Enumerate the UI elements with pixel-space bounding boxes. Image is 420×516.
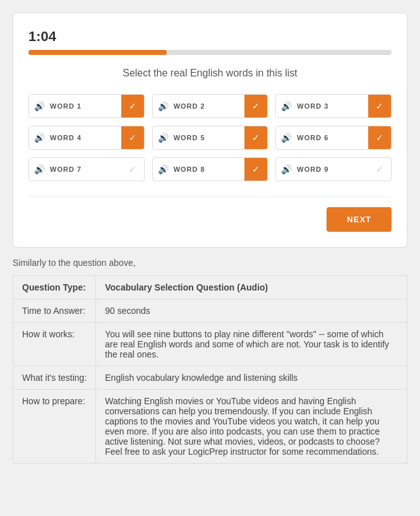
word-label-5: WORD 5 xyxy=(174,134,245,141)
word-label-1: WORD 1 xyxy=(50,102,121,110)
next-button[interactable]: NEXT xyxy=(327,207,392,232)
check-icon-6: ✓ xyxy=(376,133,383,143)
check-icon-2: ✓ xyxy=(252,101,260,111)
value-question-type: Vocabulary Selection Question (Audio) xyxy=(96,276,407,299)
word-item-9[interactable]: 🔊 WORD 9 ✓ xyxy=(275,157,392,181)
word-check-4[interactable]: ✓ xyxy=(121,126,144,149)
table-row-testing: What it's testing: English vocabulary kn… xyxy=(13,366,407,390)
word-check-8[interactable]: ✓ xyxy=(244,158,267,181)
word-check-6[interactable]: ✓ xyxy=(368,126,391,149)
word-item-1[interactable]: 🔊 WORD 1 ✓ xyxy=(28,94,145,118)
table-row-how-it-works: How it works: You will see nine buttons … xyxy=(13,323,407,366)
question-title: Select the real English words in this li… xyxy=(28,68,392,79)
speaker-btn-2[interactable]: 🔊 xyxy=(153,95,174,117)
info-table: Question Type: Vocabulary Selection Ques… xyxy=(13,275,407,464)
word-item-6[interactable]: 🔊 WORD 6 ✓ xyxy=(275,126,392,150)
speaker-icon-6: 🔊 xyxy=(281,133,292,143)
table-row-question-type: Question Type: Vocabulary Selection Ques… xyxy=(13,276,407,299)
label-prepare: How to prepare: xyxy=(13,390,96,464)
value-time: 90 seconds xyxy=(96,299,407,323)
speaker-icon-2: 🔊 xyxy=(158,101,169,111)
speaker-icon-5: 🔊 xyxy=(158,133,169,143)
progress-bar-container xyxy=(28,50,392,55)
word-check-3[interactable]: ✓ xyxy=(368,95,391,117)
words-grid: 🔊 WORD 1 ✓ 🔊 WORD 2 ✓ 🔊 WORD 3 ✓ xyxy=(28,94,392,181)
speaker-btn-4[interactable]: 🔊 xyxy=(29,126,50,149)
word-label-4: WORD 4 xyxy=(50,134,121,141)
word-item-3[interactable]: 🔊 WORD 3 ✓ xyxy=(275,94,392,118)
next-btn-container: NEXT xyxy=(28,196,392,232)
speaker-icon-9: 🔊 xyxy=(281,164,292,174)
table-row-time: Time to Answer: 90 seconds xyxy=(13,299,407,323)
word-check-9[interactable]: ✓ xyxy=(368,158,391,181)
word-item-5[interactable]: 🔊 WORD 5 ✓ xyxy=(152,126,268,150)
speaker-btn-1[interactable]: 🔊 xyxy=(29,95,50,117)
check-icon-3: ✓ xyxy=(376,101,383,111)
word-label-8: WORD 8 xyxy=(174,165,245,173)
quiz-card: 1:04 Select the real English words in th… xyxy=(13,13,407,248)
word-check-2[interactable]: ✓ xyxy=(244,95,267,117)
speaker-icon-3: 🔊 xyxy=(281,101,292,111)
label-testing: What it's testing: xyxy=(13,366,96,390)
word-item-8[interactable]: 🔊 WORD 8 ✓ xyxy=(152,157,268,181)
word-item-2[interactable]: 🔊 WORD 2 ✓ xyxy=(152,94,268,118)
word-check-5[interactable]: ✓ xyxy=(244,126,267,149)
check-icon-7: ✓ xyxy=(129,164,136,174)
check-icon-5: ✓ xyxy=(252,133,260,143)
word-label-2: WORD 2 xyxy=(174,102,245,110)
speaker-btn-3[interactable]: 🔊 xyxy=(276,95,297,117)
speaker-icon-7: 🔊 xyxy=(34,164,45,174)
description-text: Similarly to the question above, xyxy=(13,258,407,268)
timer-display: 1:04 xyxy=(28,28,392,45)
value-prepare: Watching English movies or YouTube video… xyxy=(96,390,407,464)
check-icon-8: ✓ xyxy=(252,164,260,174)
check-icon-4: ✓ xyxy=(129,133,136,143)
speaker-btn-6[interactable]: 🔊 xyxy=(276,126,297,149)
table-row-prepare: How to prepare: Watching English movies … xyxy=(13,390,407,464)
label-how-it-works: How it works: xyxy=(13,323,96,366)
speaker-icon-1: 🔊 xyxy=(34,101,45,111)
word-label-7: WORD 7 xyxy=(50,165,121,173)
speaker-btn-5[interactable]: 🔊 xyxy=(153,126,174,149)
value-testing: English vocabulary knowledge and listeni… xyxy=(96,366,407,390)
word-check-7[interactable]: ✓ xyxy=(121,158,144,181)
check-icon-9: ✓ xyxy=(376,164,383,174)
word-label-3: WORD 3 xyxy=(297,102,368,110)
word-item-4[interactable]: 🔊 WORD 4 ✓ xyxy=(28,126,145,150)
word-check-1[interactable]: ✓ xyxy=(121,95,144,117)
word-label-6: WORD 6 xyxy=(297,134,368,141)
label-time: Time to Answer: xyxy=(13,299,96,323)
word-label-9: WORD 9 xyxy=(297,165,368,173)
label-question-type: Question Type: xyxy=(13,276,96,299)
value-how-it-works: You will see nine buttons to play nine d… xyxy=(96,323,407,366)
speaker-icon-4: 🔊 xyxy=(34,133,45,143)
progress-bar-fill xyxy=(28,50,167,55)
check-icon-1: ✓ xyxy=(129,101,136,111)
speaker-btn-9[interactable]: 🔊 xyxy=(276,158,297,181)
speaker-icon-8: 🔊 xyxy=(158,164,169,174)
speaker-btn-7[interactable]: 🔊 xyxy=(29,158,50,181)
word-item-7[interactable]: 🔊 WORD 7 ✓ xyxy=(28,157,145,181)
speaker-btn-8[interactable]: 🔊 xyxy=(153,158,174,181)
